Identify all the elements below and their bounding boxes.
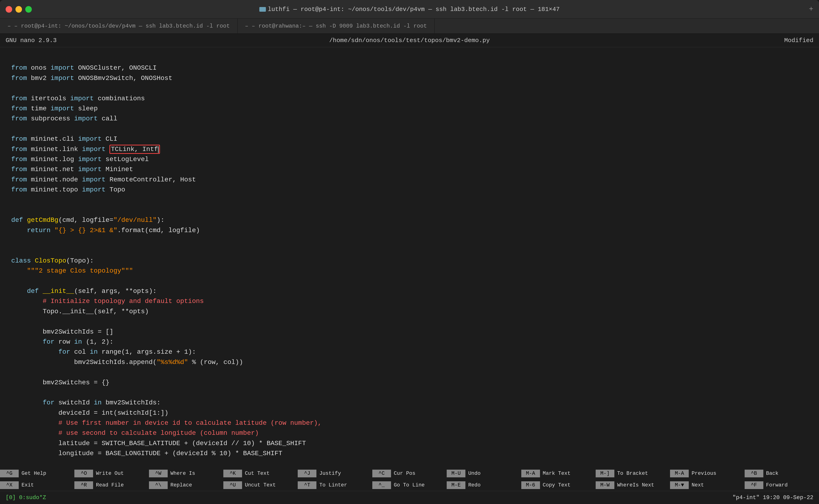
status-right: "p4-int" 19:20 09-Sep-22 <box>733 494 813 501</box>
code-line-7: from mininet.link import TCLink, Intf <box>11 144 808 154</box>
shortcut-label-gethelp: Get Help <box>19 471 49 476</box>
shortcut-key-whereisnext: M-W <box>596 481 614 489</box>
shortcut-key-tolinter: ^T <box>298 481 316 489</box>
nano-shortcuts: ^G Get Help ^O Write Out ^W Where Is ^K … <box>0 468 819 491</box>
shortcut-go-to-line: ^_ Go To Line <box>372 479 447 491</box>
code-line-9: from mininet.net import Mininet <box>11 164 808 174</box>
close-button[interactable] <box>6 6 12 13</box>
shortcut-key-justify: ^J <box>298 470 316 477</box>
shortcut-label-exit: Exit <box>19 482 37 488</box>
shortcut-key-next: M-▼ <box>670 481 689 489</box>
shortcut-label-forward: Forward <box>763 482 790 488</box>
shortcut-label-marktext: Mark Text <box>540 471 574 476</box>
title-text: luthfi — root@p4-int: ~/onos/tools/dev/p… <box>268 6 560 13</box>
shortcut-label-redo: Redo <box>466 482 484 488</box>
shortcut-label-curpos: Cur Pos <box>391 471 418 476</box>
shortcut-key-gotoline: ^_ <box>372 481 391 489</box>
shortcut-replace: ^\ Replace <box>149 479 223 491</box>
terminal-icon <box>259 7 266 12</box>
code-line-21: for col in range(1, args.size + 1): <box>11 347 808 357</box>
shortcut-row-1: ^G Get Help ^O Write Out ^W Where Is ^K … <box>0 468 819 479</box>
code-line-15: """2 stage Clos topology""" <box>11 266 808 276</box>
code-line-2: from bmv2 import ONOSBmv2Switch, ONOSHos… <box>11 73 808 83</box>
shortcut-label-cuttext: Cut Text <box>242 471 272 476</box>
shortcut-label-copytext: Copy Text <box>540 482 574 488</box>
shortcut-label-undo: Undo <box>466 471 484 476</box>
tab-right[interactable]: – – root@rahwana:– — ssh -D 9009 lab3.bt… <box>238 19 435 33</box>
code-line-19: bmv2SwitchIds = [] <box>11 327 808 337</box>
code-line-24: for switchId in bmv2SwitchIds: <box>11 398 808 408</box>
shortcut-label-next: Next <box>689 482 707 488</box>
nano-header: GNU nano 2.9.3 /home/sdn/onos/tools/test… <box>0 34 819 47</box>
titlebar: luthfi — root@p4-int: ~/onos/tools/dev/p… <box>0 0 819 19</box>
shortcut-label-tolinter: To Linter <box>316 482 350 488</box>
statusbar: [0] 0:sudo*Z "p4-int" 19:20 09-Sep-22 <box>0 491 819 504</box>
shortcut-justify: ^J Justify <box>298 468 372 479</box>
shortcut-key-readfile: ^R <box>74 481 93 489</box>
shortcut-whereis-next: M-W WhereIs Next <box>596 479 670 491</box>
shortcut-mark-text: M-A Mark Text <box>521 468 596 479</box>
code-editor[interactable]: from onos import ONOSCluster, ONOSCLI fr… <box>0 47 819 468</box>
nano-filepath: /home/sdn/onos/tools/test/topos/bmv2-dem… <box>329 37 490 44</box>
code-line-1: from onos import ONOSCluster, ONOSCLI <box>11 63 808 73</box>
shortcut-copy-text: M-6 Copy Text <box>521 479 596 491</box>
code-line-18: Topo.__init__(self, **opts) <box>11 306 808 317</box>
shortcut-key-gethelp: ^G <box>0 470 19 477</box>
shortcut-undo: M-U Undo <box>447 468 521 479</box>
code-line-14: class ClosTopo(Topo): <box>11 256 808 266</box>
shortcut-cur-pos: ^C Cur Pos <box>372 468 447 479</box>
code-line-22: bmv2SwitchIds.append("%s%d%d" % (row, co… <box>11 357 808 367</box>
code-line-12: def getCmdBg(cmd, logfile="/dev/null"): <box>11 215 808 225</box>
shortcut-key-redo: M-E <box>447 481 466 489</box>
shortcut-key-back: ^B <box>745 470 763 477</box>
shortcut-key-copytext: M-6 <box>521 481 540 489</box>
shortcut-to-linter: ^T To Linter <box>298 479 372 491</box>
shortcut-to-bracket: M-] To Bracket <box>596 468 670 479</box>
shortcut-label-tobracket: To Bracket <box>614 471 651 476</box>
code-line-25: deviceId = int(switchId[1:]) <box>11 408 808 418</box>
tab-left[interactable]: – – root@p4-int: ~/onos/tools/dev/p4vm —… <box>0 19 238 33</box>
shortcut-label-back: Back <box>763 471 781 476</box>
shortcut-where-is: ^W Where Is <box>149 468 223 479</box>
shortcut-row-2: ^X Exit ^R Read File ^\ Replace ^U Uncut… <box>0 479 819 491</box>
shortcut-key-replace: ^\ <box>149 481 168 489</box>
shortcut-key-marktext: M-A <box>521 470 540 477</box>
shortcut-forward: ^F Forward <box>745 479 819 491</box>
new-tab-button[interactable]: + <box>809 5 813 14</box>
maximize-button[interactable] <box>25 6 32 13</box>
code-line-3: from itertools import combinations <box>11 94 808 104</box>
nano-modified: Modified <box>784 37 813 44</box>
code-line-5: from subprocess import call <box>11 114 808 124</box>
shortcut-next: M-▼ Next <box>670 479 744 491</box>
shortcut-key-whereis: ^W <box>149 470 168 477</box>
code-line-20: for row in (1, 2): <box>11 337 808 347</box>
shortcut-label-uncuttext: Uncut Text <box>242 482 278 488</box>
shortcut-label-whereisnext: WhereIs Next <box>614 482 657 488</box>
shortcut-read-file: ^R Read File <box>74 479 149 491</box>
code-line-26: # Use first number in device id to calcu… <box>11 418 808 428</box>
code-line-10: from mininet.node import RemoteControlle… <box>11 175 808 185</box>
shortcut-key-tobracket: M-] <box>596 470 614 477</box>
shortcut-key-undo: M-U <box>447 470 466 477</box>
shortcut-label-whereis: Where Is <box>168 471 198 476</box>
code-line-8: from mininet.log import setLogLevel <box>11 154 808 164</box>
shortcut-write-out: ^O Write Out <box>74 468 149 479</box>
traffic-lights[interactable] <box>6 6 32 13</box>
shortcut-key-exit: ^X <box>0 481 19 489</box>
shortcut-key-cuttext: ^K <box>223 470 242 477</box>
shortcut-redo: M-E Redo <box>447 479 521 491</box>
code-line-28: latitude = SWITCH_BASE_LATITUDE + (devic… <box>11 438 808 448</box>
nano-version: GNU nano 2.9.3 <box>6 37 57 44</box>
window-title: luthfi — root@p4-int: ~/onos/tools/dev/p… <box>259 6 560 13</box>
shortcut-label-readfile: Read File <box>93 482 126 488</box>
shortcut-label-replace: Replace <box>168 482 195 488</box>
code-line-16: def __init__(self, args, **opts): <box>11 286 808 296</box>
code-line-4: from time import sleep <box>11 104 808 114</box>
shortcut-key-previous: M-A <box>670 470 689 477</box>
shortcut-label-gotoline: Go To Line <box>391 482 428 488</box>
code-line-27: # use second to calculate longitude (col… <box>11 428 808 438</box>
shortcut-key-forward: ^F <box>745 481 763 489</box>
shortcut-exit: ^X Exit <box>0 479 74 491</box>
shortcut-back: ^B Back <box>745 468 819 479</box>
minimize-button[interactable] <box>15 6 22 13</box>
